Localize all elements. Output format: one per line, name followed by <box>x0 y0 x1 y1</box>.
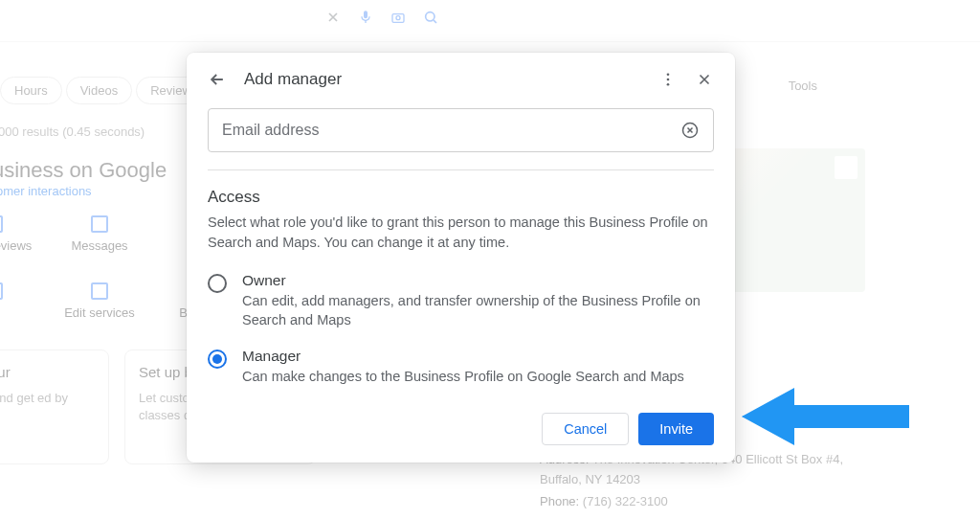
close-icon[interactable] <box>695 70 714 89</box>
annotation-arrow <box>742 378 909 455</box>
role-title: Manager <box>242 348 714 365</box>
tools-link: Tools <box>789 79 817 93</box>
clear-search-icon <box>325 10 341 29</box>
add-manager-dialog: Add manager Access Select what role you'… <box>187 53 735 463</box>
cancel-button[interactable]: Cancel <box>542 413 629 445</box>
invite-button[interactable]: Invite <box>638 413 714 445</box>
svg-point-3 <box>667 73 670 76</box>
svg-point-4 <box>667 79 670 81</box>
svg-point-1 <box>396 16 400 20</box>
mic-icon <box>358 10 373 29</box>
camera-icon <box>390 10 406 29</box>
bg-tab: Hours <box>0 77 62 104</box>
search-icon <box>423 10 438 29</box>
svg-point-2 <box>426 12 434 21</box>
business-subheading: 59 customer interactions <box>0 184 92 198</box>
access-section-title: Access <box>208 188 714 207</box>
svg-point-5 <box>667 83 670 86</box>
radio-manager[interactable] <box>208 350 227 369</box>
role-option-owner[interactable]: Owner Can edit, add managers, and transf… <box>208 272 714 330</box>
access-section-description: Select what role you'd like to grant thi… <box>208 213 714 253</box>
divider <box>208 169 714 170</box>
role-title: Owner <box>242 272 714 289</box>
dialog-title: Add manager <box>244 70 641 89</box>
business-heading: ur business on Google <box>0 158 167 183</box>
email-input[interactable] <box>222 122 680 139</box>
back-arrow-icon[interactable] <box>208 70 227 89</box>
bg-tab: Videos <box>66 77 133 104</box>
more-options-icon[interactable] <box>658 70 678 89</box>
results-count: 000 results (0.45 seconds) <box>0 124 145 139</box>
svg-rect-0 <box>392 14 404 23</box>
role-description: Can edit, add managers, and transfer own… <box>242 291 714 330</box>
clear-input-icon[interactable] <box>680 121 700 140</box>
role-description: Can make changes to the Business Profile… <box>242 367 714 386</box>
role-option-manager[interactable]: Manager Can make changes to the Business… <box>208 348 714 386</box>
email-field-wrapper <box>208 108 714 152</box>
radio-owner[interactable] <box>208 274 227 293</box>
